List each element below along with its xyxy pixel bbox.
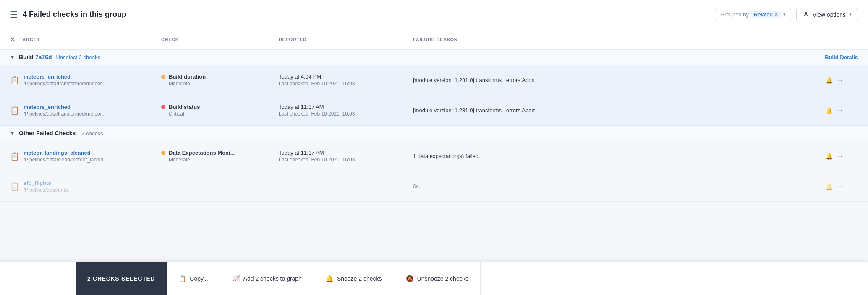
failure-text-4: 0s. (413, 183, 823, 190)
bell-icon-1[interactable]: 🔔 (826, 77, 833, 84)
target-cell-1: 📋 meteors_enriched /Pipelines/data/trans… (10, 74, 161, 87)
table-row: 📋 meteor_landings_cleaned /Pipelines/dat… (0, 141, 868, 171)
col-header-target: ✕ TARGET (10, 36, 161, 43)
copy-icon: 📋 (178, 275, 186, 282)
bell-icon-2[interactable]: 🔔 (826, 107, 833, 114)
failure-text-2: [module version: 1.281.0] transforms._er… (413, 107, 823, 113)
unsnooze-button[interactable]: 🔕 Unsnooze 2 checks (394, 262, 481, 295)
check-name-1: Build duration (161, 74, 279, 80)
check-name-3: Data Expectations Moni... (161, 150, 279, 156)
group-tag-text: Related (754, 11, 773, 18)
group-header-other-left: ▼ Other Failed Checks 2 checks (10, 130, 103, 137)
failure-text-1: [module version: 1.281.0] transforms._er… (413, 77, 823, 83)
graph-icon: 📈 (232, 275, 240, 282)
view-options-button[interactable]: 👁 View options ▾ (796, 8, 858, 21)
reported-time-1: Today at 4:04 PM (279, 74, 413, 80)
group-count-other: 2 checks (81, 130, 103, 137)
grouped-by-control[interactable]: Grouped by Related ✕ ▾ (715, 8, 791, 21)
table-icon-2: 📋 (10, 106, 19, 115)
grouped-by-dropdown-arrow[interactable]: ▾ (783, 12, 786, 17)
target-name-4[interactable]: sfo_flights (24, 180, 72, 186)
header-right: Grouped by Related ✕ ▾ 👁 View options ▾ (715, 8, 858, 21)
group-header-left: ▼ Build 7a76d Unselect 2 checks (10, 54, 100, 61)
check-severity-1: Moderate (161, 81, 279, 87)
reported-last-2: Last checked: Feb 10 2021, 16:03 (279, 111, 413, 117)
group-hash-build: 7a76d (35, 54, 52, 61)
group-chevron-other[interactable]: ▼ (10, 131, 15, 136)
target-info-4: sfo_flights /Pipelines/data/onto... (24, 180, 72, 193)
snooze-button[interactable]: 🔔 Snooze 2 checks (314, 262, 394, 295)
bell-icon-3[interactable]: 🔔 (826, 153, 833, 160)
snooze-icon: 🔔 (326, 275, 334, 282)
unselect-checks-build[interactable]: Unselect 2 checks (56, 54, 100, 61)
check-name-text-3: Data Expectations Moni... (169, 150, 235, 156)
snooze-label: Snooze 2 checks (337, 275, 382, 282)
col-header-check: CHECK (161, 37, 279, 42)
table-icon-4: 📋 (10, 182, 19, 191)
check-name-2: Build status (161, 104, 279, 110)
failure-text-3: 1 data expectation(s) failed. (413, 153, 823, 159)
grouped-by-label: Grouped by (720, 11, 749, 18)
add-to-graph-label: Add 2 checks to graph (243, 275, 302, 282)
target-path-4: /Pipelines/data/onto... (24, 187, 72, 193)
list-icon: ☰ (10, 10, 18, 20)
target-cell-4: 📋 sfo_flights /Pipelines/data/onto... (10, 180, 161, 193)
failure-cell-2: [module version: 1.281.0] transforms._er… (413, 107, 833, 114)
check-name-text-1: Build duration (169, 74, 206, 80)
reported-cell-1: Today at 4:04 PM Last checked: Feb 10 20… (279, 74, 413, 87)
table-row: 📋 meteors_enriched /Pipelines/data/trans… (0, 95, 868, 126)
group-tag: Related ✕ (751, 11, 781, 18)
table-icon-1: 📋 (10, 76, 19, 85)
target-path-3: /Pipelines/data/clean/meteor_landin... (24, 157, 107, 163)
target-info-1: meteors_enriched /Pipelines/data/transfo… (24, 74, 106, 87)
target-info-2: meteors_enriched /Pipelines/data/transfo… (24, 104, 106, 117)
group-tag-close[interactable]: ✕ (774, 12, 778, 17)
failure-cell-1: [module version: 1.281.0] transforms._er… (413, 77, 833, 84)
ellipsis-menu-2[interactable]: ··· (833, 106, 858, 115)
group-title-other: Other Failed Checks (19, 130, 76, 137)
target-info-3: meteor_landings_cleaned /Pipelines/data/… (24, 150, 107, 163)
severity-dot-red-2 (161, 105, 165, 109)
add-to-graph-button[interactable]: 📈 Add 2 checks to graph (220, 262, 314, 295)
ellipsis-menu-1[interactable]: ··· (833, 76, 858, 84)
failure-cell-4: 0s. 🔔 (413, 183, 833, 190)
build-details-link[interactable]: Build Details (825, 54, 858, 61)
col-target-label: TARGET (20, 37, 40, 42)
action-bar: 2 CHECKS SELECTED 📋 Copy... 📈 Add 2 chec… (0, 261, 868, 295)
table-row: 📋 sfo_flights /Pipelines/data/onto... 0s… (0, 171, 868, 202)
eye-icon: 👁 (803, 11, 809, 18)
view-options-label: View options (813, 11, 846, 18)
check-cell-3: Data Expectations Moni... Moderate (161, 150, 279, 163)
checks-selected-badge: 2 CHECKS SELECTED (76, 262, 167, 295)
target-cell-2: 📋 meteors_enriched /Pipelines/data/trans… (10, 104, 161, 117)
reported-last-1: Last checked: Feb 10 2021, 16:03 (279, 81, 413, 87)
ellipsis-menu-3[interactable]: ··· (833, 152, 858, 161)
view-options-dropdown-arrow: ▾ (849, 12, 852, 17)
check-cell-2: Build status Critical (161, 104, 279, 117)
ellipsis-menu-4[interactable]: ··· (833, 182, 858, 191)
copy-button[interactable]: 📋 Copy... (167, 262, 220, 295)
deselect-all-icon[interactable]: ✕ (10, 36, 16, 43)
col-header-failure-reason: FAILURE REASON (413, 37, 858, 42)
col-header-reported: REPORTED (279, 37, 413, 42)
target-name-2[interactable]: meteors_enriched (24, 104, 106, 110)
target-name-1[interactable]: meteors_enriched (24, 74, 106, 80)
unsnooze-label: Unsnooze 2 checks (417, 275, 468, 282)
table-row: 📋 meteors_enriched /Pipelines/data/trans… (0, 65, 868, 95)
unsnooze-icon: 🔕 (406, 275, 414, 282)
reported-time-3: Today at 11:17 AM (279, 150, 413, 156)
column-headers: ✕ TARGET CHECK REPORTED FAILURE REASON (0, 29, 868, 50)
bell-icon-4[interactable]: 🔔 (826, 183, 833, 190)
check-name-text-2: Build status (169, 104, 200, 110)
check-cell-1: Build duration Moderate (161, 74, 279, 87)
page-title: 4 Failed checks in this group (23, 10, 126, 19)
target-path-1: /Pipelines/data/transformed/meteor... (24, 81, 106, 87)
target-name-3[interactable]: meteor_landings_cleaned (24, 150, 107, 156)
reported-cell-3: Today at 11:17 AM Last checked: Feb 10 2… (279, 150, 413, 163)
header-left: ☰ 4 Failed checks in this group (10, 10, 126, 20)
group-chevron-build[interactable]: ▼ (10, 55, 15, 60)
failure-cell-3: 1 data expectation(s) failed. 🔔 (413, 153, 833, 160)
reported-last-3: Last checked: Feb 10 2021, 16:03 (279, 157, 413, 163)
page-header: ☰ 4 Failed checks in this group Grouped … (0, 0, 868, 29)
severity-dot-orange-3 (161, 151, 165, 155)
